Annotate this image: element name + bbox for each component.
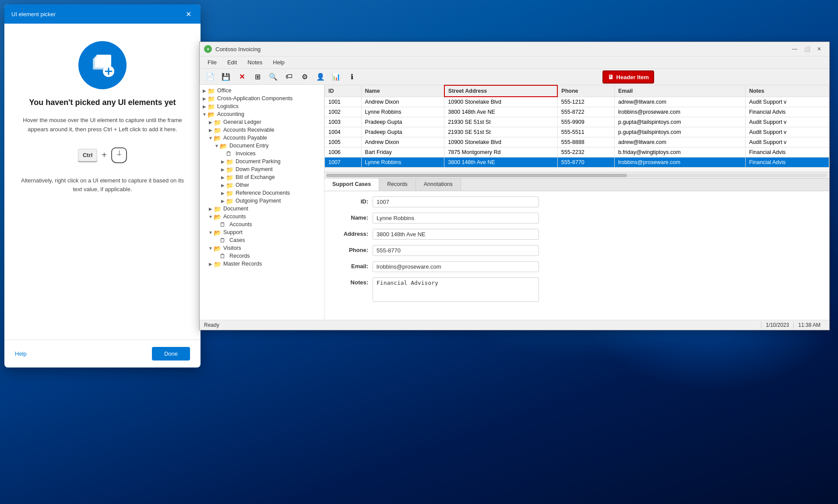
tree-item-cases[interactable]: ▶ 🗒 Cases	[200, 236, 324, 244]
detail-email-label: Email:	[333, 261, 368, 270]
detail-name-input[interactable]	[373, 213, 539, 224]
table-cell: Pradeep Gupta	[361, 117, 444, 127]
toolbar-new-button[interactable]: 📄	[203, 70, 217, 83]
picker-titlebar: UI element picker ✕	[4, 4, 201, 24]
tree-item-other[interactable]: ▶ 📁 Other	[200, 181, 324, 189]
menu-help[interactable]: Help	[268, 57, 289, 67]
table-cell: 1002	[325, 107, 362, 117]
tree-item-document[interactable]: ▶ 📁 Document	[200, 205, 324, 213]
toolbar-settings-button[interactable]: ⚙	[298, 70, 312, 83]
folder-icon-other: 📁	[226, 182, 234, 188]
table-cell: adrew@litware.com	[614, 137, 745, 147]
picker-icon	[78, 41, 127, 89]
tree-item-visitors[interactable]: ▼ 📂 Visitors	[200, 244, 324, 252]
table-cell: 555-9909	[557, 117, 614, 127]
tree-item-accounting[interactable]: ▼ 📂 Accounting	[200, 110, 324, 118]
detail-email-input[interactable]	[373, 261, 539, 272]
detail-phone-label: Phone:	[333, 245, 368, 253]
tree-item-accounts-sub[interactable]: ▶ 🗒 Accounts	[200, 220, 324, 228]
table-container[interactable]: ID Name Street Address Phone Email Notes…	[324, 85, 829, 172]
col-header-notes: Notes	[745, 85, 829, 97]
tree-item-accounts-payable[interactable]: ▼ 📂 Accounts Payable	[200, 134, 324, 142]
table-row[interactable]: 1007Lynne Robbins3800 148th Ave NE555-87…	[325, 158, 829, 168]
tree-item-down-payment[interactable]: ▶ 📁 Down Payment	[200, 165, 324, 173]
tree-item-document-entry[interactable]: ▼ 📂 Document Entry	[200, 142, 324, 150]
detail-notes-label: Notes:	[333, 277, 368, 286]
toolbar-grid-button[interactable]: ⊞	[250, 70, 264, 83]
detail-row-id: ID:	[333, 196, 820, 207]
tree-item-accounts-receivable[interactable]: ▶ 📁 Accounts Receivable	[200, 126, 324, 134]
table-cell: Audit Support v	[745, 117, 829, 127]
maximize-button[interactable]: ⬜	[801, 45, 813, 53]
mouse-icon	[111, 147, 127, 163]
tree-label-general-ledger: General Ledger	[223, 119, 261, 125]
tree-arrow-outgoing-payment: ▶	[220, 199, 226, 203]
table-cell: lrobbins@proseware.com	[614, 107, 745, 117]
detail-row-name: Name:	[333, 213, 820, 224]
table-row[interactable]: 1002Lynne Robbins3800 148th Ave NE555-87…	[325, 107, 829, 117]
picker-done-button[interactable]: Done	[152, 347, 190, 360]
tree-item-general-ledger[interactable]: ▶ 📁 General Ledger	[200, 118, 324, 126]
toolbar-excel-button[interactable]: 📊	[329, 70, 343, 83]
tree-item-invoices[interactable]: ▶ 🗒 Invoices	[200, 150, 324, 158]
detail-id-input[interactable]	[373, 196, 539, 207]
status-right: 1/10/2023 11:38 AM	[761, 322, 825, 329]
detail-phone-input[interactable]	[373, 245, 539, 256]
picker-help-link[interactable]: Help	[15, 350, 27, 357]
table-row[interactable]: 1004Pradeep Gupta21930 SE 51st St555-551…	[325, 127, 829, 137]
detail-address-label: Address:	[333, 229, 368, 237]
table-row[interactable]: 1001Andrew Dixon10900 Stonelake Blvd555-…	[325, 97, 829, 107]
toolbar-delete-button[interactable]: ✕	[235, 70, 249, 83]
tree-label-master-records: Master Records	[223, 261, 262, 267]
table-cell: 555-2232	[557, 147, 614, 158]
folder-icon-logistics: 📁	[208, 103, 215, 109]
table-cell: Lynne Robbins	[361, 107, 444, 117]
tab-annotations[interactable]: Annotations	[416, 178, 461, 191]
table-cell: Financial Advis	[745, 147, 829, 158]
app-icon: ✦	[204, 45, 212, 53]
picker-heading: You haven't picked any UI elements yet	[29, 98, 176, 107]
toolbar-tag-button[interactable]: 🏷	[282, 70, 296, 83]
toolbar-save-button[interactable]: 💾	[219, 70, 233, 83]
menu-notes[interactable]: Notes	[243, 57, 267, 67]
table-cell: 1005	[325, 137, 362, 147]
picker-close-button[interactable]: ✕	[183, 9, 194, 19]
tree-item-master-records[interactable]: ▶ 📁 Master Records	[200, 260, 324, 268]
menu-file[interactable]: File	[203, 57, 221, 67]
table-cell: p.gupta@tailspintoys.com	[614, 127, 745, 137]
tree-item-records[interactable]: ▶ 🗒 Records	[200, 252, 324, 260]
tree-label-visitors: Visitors	[223, 245, 241, 251]
toolbar-user-button[interactable]: 👤	[313, 70, 327, 83]
tree-arrow-accounting: ▼	[201, 112, 208, 117]
horizontal-scrollbar[interactable]	[324, 172, 829, 178]
tree-item-outgoing-payment[interactable]: ▶ 📁 Outgoing Payment	[200, 197, 324, 205]
tree-item-document-parking[interactable]: ▶ 📁 Document Parking	[200, 158, 324, 165]
table-row[interactable]: 1005Andrew Dixon10900 Stonelake Blvd555-…	[325, 137, 829, 147]
table-cell: Financial Advis	[745, 107, 829, 117]
detail-notes-textarea[interactable]	[373, 277, 539, 302]
toolbar-search-button[interactable]: 🔍	[266, 70, 280, 83]
tree-arrow-document-entry: ▼	[214, 144, 220, 148]
table-row[interactable]: 1006Bart Friday7875 Montgomery Rd555-223…	[325, 147, 829, 158]
tree-item-support[interactable]: ▼ 📂 Support	[200, 228, 324, 236]
tree-item-accounts[interactable]: ▼ 📂 Accounts	[200, 213, 324, 220]
table-cell: b.friday@wingtiptoys.com	[614, 147, 745, 158]
tab-support-cases[interactable]: Support Cases	[324, 178, 379, 191]
tree-item-office[interactable]: ▶ 📁 Office	[200, 87, 324, 94]
menu-edit[interactable]: Edit	[223, 57, 241, 67]
tab-records[interactable]: Records	[379, 178, 416, 191]
tree-item-bill-of-exchange[interactable]: ▶ 📁 Bill of Exchange	[200, 173, 324, 181]
tree-item-cross-app[interactable]: ▶ 📁 Cross-Application Components	[200, 94, 324, 102]
detail-row-phone: Phone:	[333, 245, 820, 256]
tree-arrow-accounts: ▼	[208, 214, 214, 219]
table-row[interactable]: 1003Pradeep Gupta21930 SE 51st St555-990…	[325, 117, 829, 127]
table-cell: Audit Support v	[745, 127, 829, 137]
close-button[interactable]: ✕	[813, 45, 825, 53]
folder-icon-office: 📁	[208, 88, 215, 94]
tree-label-bill-of-exchange: Bill of Exchange	[236, 174, 275, 180]
tree-item-logistics[interactable]: ▶ 📁 Logistics	[200, 102, 324, 110]
detail-address-input[interactable]	[373, 229, 539, 240]
toolbar-info-button[interactable]: ℹ	[345, 70, 359, 83]
minimize-button[interactable]: —	[789, 45, 800, 53]
tree-item-reference-documents[interactable]: ▶ 📁 Reference Documents	[200, 189, 324, 197]
